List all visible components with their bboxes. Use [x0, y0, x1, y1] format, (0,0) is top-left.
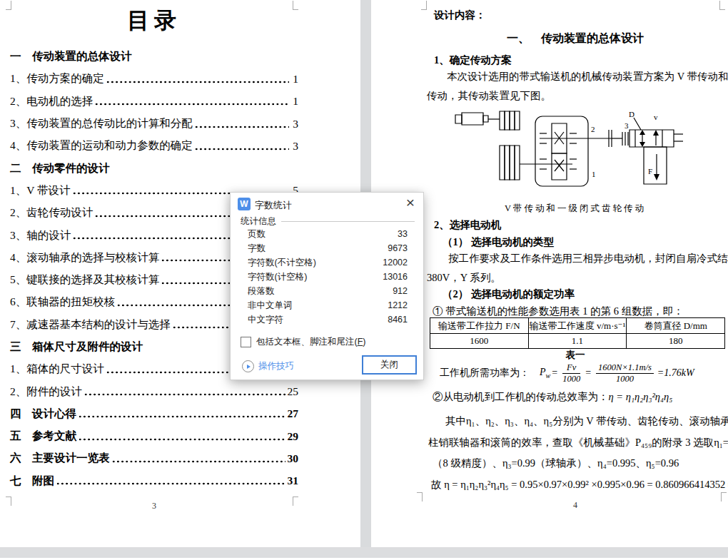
toc-item[interactable]: 1、传动方案的确定1 [10, 68, 298, 90]
stat-label: 页数 [248, 228, 266, 240]
tips-link[interactable]: 操作技巧 [242, 360, 294, 372]
crop-mark-icon [421, 1, 427, 10]
toc-page-number: 25 [288, 385, 299, 398]
toc-item-label: 2、附件的设计 [10, 385, 82, 399]
table-value-cell: 1600 [430, 334, 529, 349]
toc-item[interactable]: 4、传动装置的运动和动力参数的确定3 [10, 135, 298, 157]
toc-section-label: 二 传动零件的设计 [10, 161, 110, 176]
statistics-section: 统计信息 [241, 215, 415, 228]
toc-page-number: 27 [288, 407, 299, 420]
stat-label: 非中文单词 [248, 300, 293, 312]
checkbox-unchecked-icon[interactable] [241, 337, 251, 347]
dot-leader [112, 459, 285, 464]
section-divider [281, 221, 415, 222]
stat-value: 8461 [388, 315, 408, 325]
numbered-item: ① 带式输送机的性能参数选用表 1 的第 6 组数据，即： [433, 305, 684, 318]
toc-item-label: 1、传动方案的确定 [10, 71, 104, 86]
fraction: 1600N×1.1m/s1000 [596, 362, 654, 385]
toc-item-label: 1、箱体的尺寸设计 [10, 362, 104, 377]
toc-item[interactable]: 2、电动机的选择1 [10, 91, 298, 113]
toc-item-label: 3、轴的设计 [10, 228, 71, 243]
toc-item-label: 1、V 带设计 [10, 183, 71, 198]
toc-item-label: 4、传动装置的运动和动力参数的确定 [10, 138, 193, 153]
dot-leader [84, 392, 285, 397]
toc-item-label: 四 设计心得 [10, 407, 76, 422]
stat-row: 非中文单词1212 [248, 298, 408, 312]
table-header-cell: 输送带工作拉力 F/N [430, 318, 529, 334]
toc-page-number: 1 [291, 95, 298, 108]
toc-page-number: 3 [291, 118, 298, 131]
toc-page-number: 31 [288, 474, 299, 487]
stat-value: 12002 [383, 258, 408, 268]
toc-item[interactable]: 五 参考文献29 [10, 425, 298, 447]
wps-document-view: 目录 一 传动装置的总体设计 1、传动方案的确定1 2、电动机的选择1 3、传动… [0, 0, 728, 560]
close-button[interactable]: 关闭 [362, 355, 417, 375]
dot-leader [106, 80, 289, 84]
equals-sign: = [585, 367, 591, 379]
performance-parameters-table: 输送带工作拉力 F/N 输送带工作速度 v/m·s⁻¹ 卷筒直径 D/mm 16… [430, 317, 725, 349]
wps-writer-icon: W [238, 198, 251, 210]
design-content-header: 设计内容： [434, 9, 486, 22]
stat-label: 中文字符 [248, 314, 283, 326]
toc-item-label: 6、联轴器的扭矩校核 [10, 295, 115, 310]
toc-item-label: 五 参考文献 [10, 429, 76, 444]
tips-link-label: 操作技巧 [258, 360, 294, 372]
toc-item-label: 4、滚动轴承的选择与校核计算 [10, 250, 159, 265]
toc-page-number: 3 [291, 140, 298, 153]
stat-label: 字数 [248, 243, 266, 255]
paragraph-line: 柱销联轴器和滚筒的效率，查取《机械基础》P₄₅₉的附录 3 选取η₁=0.95 … [428, 436, 728, 449]
stat-value: 33 [398, 229, 408, 239]
toc-item-label: 2、齿轮传动设计 [10, 205, 93, 220]
numbered-item: ②从电动机到工作机的传动总效率为： [433, 391, 609, 402]
table-value-row: 1600 1.1 180 [430, 334, 725, 349]
include-textbox-checkbox-row[interactable]: 包括文本框、脚注和尾注(F) [241, 336, 365, 348]
page-number-footer: 4 [427, 500, 724, 511]
table-value-cell: 1.1 [528, 334, 627, 349]
page-number-footer: 3 [10, 501, 298, 511]
diagram-label-v: v [654, 113, 658, 121]
equals-sign: = [552, 367, 557, 379]
table-value-cell: 180 [627, 334, 725, 349]
subsection-2-1-title: （1） 选择电动机的类型 [443, 235, 554, 249]
document-page-right[interactable]: 设计内容： 一、 传动装置的总体设计 1、确定传动方案 本次设计选用的带式输送机… [371, 0, 728, 547]
close-icon[interactable]: × [406, 195, 415, 210]
toc-item[interactable]: 四 设计心得27 [10, 403, 298, 425]
table-header-cell: 输送带工作速度 v/m·s⁻¹ [528, 318, 627, 334]
dot-leader [195, 147, 289, 151]
diagram-label-drum: 3 [625, 121, 629, 130]
stat-value: 9673 [388, 243, 408, 253]
subsection-1-title: 1、确定传动方案 [434, 54, 512, 67]
toc-item[interactable]: 六 主要设计一览表30 [10, 447, 298, 469]
word-count-dialog: W 字数统计 × 统计信息 页数33 字数9673 字符数(不计空格)12002… [230, 192, 424, 380]
toc-title: 目录 [10, 6, 298, 36]
paragraph-line: 按工作要求及工作条件选用三相异步电动机，封闭自扇冷式结构，电压 [448, 252, 728, 265]
diagram-label-D: D [629, 110, 635, 118]
dot-leader [195, 125, 289, 129]
toc-item-label: 5、键联接的选择及其校核计算 [10, 273, 159, 287]
page-gap-horizontal [0, 547, 728, 558]
diagram-label-gear1: 1 [592, 170, 596, 178]
dot-leader [79, 414, 285, 419]
transmission-diagram: 2 1 3 D v F [451, 108, 684, 201]
formula-symbol: Pw [540, 367, 550, 380]
subsection-2-title: 2、选择电动机 [434, 218, 501, 232]
stat-value: 912 [393, 286, 408, 296]
stat-value: 13016 [383, 272, 408, 282]
toc-item[interactable]: 七 附图31 [10, 470, 298, 492]
crop-mark-icon [719, 1, 725, 10]
toc-item[interactable]: 2、附件的设计25 [10, 380, 298, 402]
power-label: 工作机所需功率为： [440, 367, 530, 380]
toc-item-label: 3、传动装置的总传动比的计算和分配 [10, 116, 193, 131]
stat-label: 字符数(不计空格) [248, 257, 316, 269]
toc-item[interactable]: 3、传动装置的总传动比的计算和分配3 [10, 113, 298, 135]
fraction: Fv1000 [562, 362, 580, 385]
toc-section: 二 传动零件的设计 [10, 157, 298, 179]
toc-page-number: 29 [288, 430, 299, 443]
paragraph-line: 故 η = η₁η₂η₃²η₄η₅ = 0.95×0.97×0.99² ×0.9… [431, 478, 728, 492]
toc-item-label: 六 主要设计一览表 [10, 451, 110, 466]
diagram-caption: V带传动和一级闭式齿轮传动 [427, 203, 724, 215]
stat-row: 字符数(不计空格)12002 [248, 255, 408, 270]
efficiency-line: ②从电动机到工作机的传动总效率为：η = η₁η₂η₃²η₄η₅ [433, 390, 672, 404]
crop-mark-icon [417, 492, 423, 502]
toc-page-number: 30 [288, 452, 299, 465]
